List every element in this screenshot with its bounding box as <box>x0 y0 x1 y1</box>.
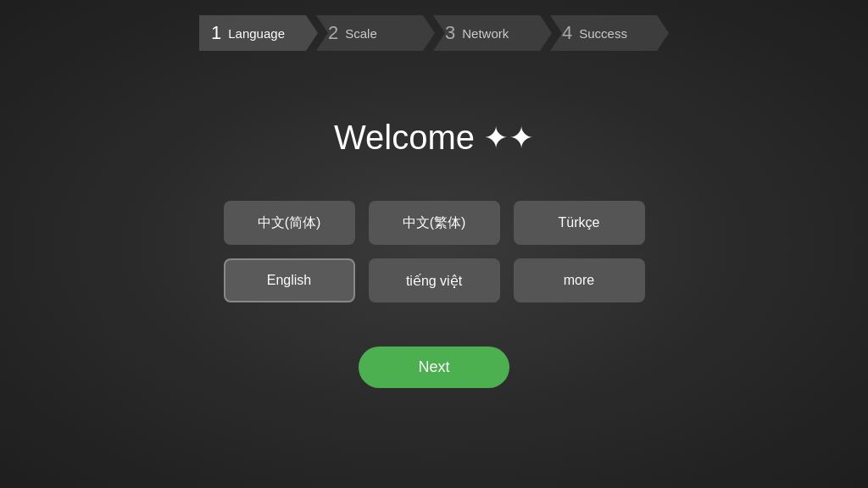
step-4: 4 Success <box>550 15 669 51</box>
step-1-number: 1 <box>211 22 221 44</box>
sparkle-icon: ✦✦ <box>483 120 534 156</box>
welcome-section: Welcome ✦✦ <box>334 119 534 157</box>
lang-btn-en[interactable]: English <box>224 258 355 302</box>
stepper: 1 Language 2 Scale 3 Network 4 Success <box>199 15 669 51</box>
next-button[interactable]: Next <box>359 347 509 388</box>
step-1: 1 Language <box>199 15 318 51</box>
step-1-label: Language <box>228 26 285 41</box>
step-2-number: 2 <box>328 22 338 44</box>
language-grid: 中文(简体) 中文(繁体) Türkçe English tiếng việt … <box>224 201 645 302</box>
welcome-title: Welcome ✦✦ <box>334 119 534 157</box>
step-4-label: Success <box>579 26 627 41</box>
lang-btn-zh-hans[interactable]: 中文(简体) <box>224 201 355 245</box>
lang-btn-more[interactable]: more <box>514 258 645 302</box>
welcome-text: Welcome <box>334 119 475 157</box>
step-3: 3 Network <box>433 15 552 51</box>
step-2: 2 Scale <box>316 15 435 51</box>
step-3-number: 3 <box>445 22 455 44</box>
lang-btn-tr[interactable]: Türkçe <box>514 201 645 245</box>
lang-btn-zh-hant[interactable]: 中文(繁体) <box>369 201 500 245</box>
step-3-label: Network <box>462 26 509 41</box>
lang-btn-vi[interactable]: tiếng việt <box>369 258 500 302</box>
step-4-number: 4 <box>562 22 572 44</box>
step-2-label: Scale <box>345 26 377 41</box>
